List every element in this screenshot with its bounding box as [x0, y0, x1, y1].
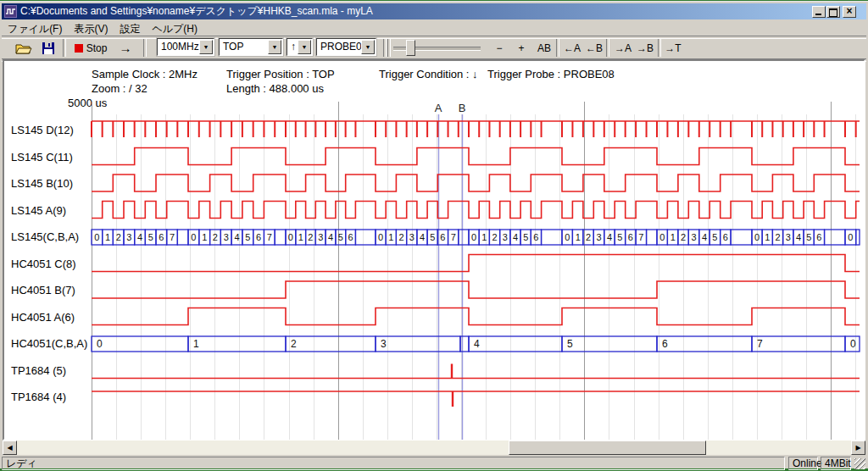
zoom-info: Zoom : / 32: [92, 82, 147, 95]
channel-label-ls145-b-10: LS145 B(10): [11, 177, 73, 190]
zoom-slider-handle[interactable]: [406, 40, 415, 56]
marker-b-label: B: [453, 102, 470, 114]
app-window: C:¥Documents and Settings¥noname¥デスクトップ¥…: [0, 1, 868, 468]
run-button[interactable]: →: [114, 38, 136, 58]
channel-label-ls145-a-9: LS145 A(9): [11, 204, 66, 217]
goto-t-button[interactable]: →T: [662, 38, 684, 58]
channel-label-hc4051-a-6: HC4051 A(6): [11, 311, 75, 324]
channel-label-hc4051-b-7: HC4051 B(7): [11, 284, 75, 296]
scrollbar-thumb[interactable]: [509, 441, 706, 455]
maximize-button[interactable]: [826, 6, 840, 18]
channel-label-hc4051-c-b-a: HC4051(C,B,A): [11, 337, 87, 350]
sample-clock-value: 100MHz: [161, 39, 199, 55]
toolbar-separator: [63, 39, 66, 57]
trigger-edge-combo[interactable]: ↑▼: [287, 38, 313, 56]
status-bar: レディ Online 4MBit: [2, 457, 866, 470]
length-info: Length : 488.000 us: [226, 82, 324, 95]
trigger-probe-combo[interactable]: PROBE00▼: [316, 38, 376, 56]
zoom-in-button[interactable]: +: [511, 38, 531, 58]
status-online: Online: [788, 457, 818, 470]
window-title: C:¥Documents and Settings¥noname¥デスクトップ¥…: [20, 3, 373, 19]
chevron-down-icon[interactable]: ▼: [199, 40, 213, 54]
stop-square-icon: [75, 44, 83, 53]
stop-button[interactable]: Stop: [70, 38, 110, 58]
goto-b-button[interactable]: →B: [634, 38, 656, 58]
run-arrow-icon: →: [120, 41, 132, 55]
trigger-position-info: Trigger Position : TOP: [226, 68, 335, 80]
horizontal-scrollbar[interactable]: ◀ ▶: [3, 441, 865, 455]
trigger-position-combo[interactable]: TOP▼: [219, 38, 283, 56]
time-division-label: 5000 us: [68, 97, 107, 109]
chevron-down-icon[interactable]: ▼: [268, 40, 281, 54]
resize-grip[interactable]: [854, 458, 865, 469]
scroll-right-icon: ▶: [855, 444, 860, 452]
channel-label-ls145-c-11: LS145 C(11): [11, 151, 73, 163]
toolbar-separator: [556, 39, 559, 57]
minimize-icon: [815, 14, 821, 15]
sample-clock-combo[interactable]: 100MHz▼: [157, 38, 214, 56]
sample-clock-info: Sample Clock : 2MHz: [92, 68, 198, 80]
title-bar[interactable]: C:¥Documents and Settings¥noname¥デスクトップ¥…: [2, 3, 866, 19]
toolbar-separator: [383, 39, 387, 57]
toolbar-separator: [387, 39, 391, 57]
save-button[interactable]: [37, 38, 59, 58]
menu-bar: ファイル(F)表示(V)設定ヘルプ(H): [2, 20, 866, 36]
status-memory: 4MBit: [821, 457, 851, 470]
open-folder-icon: [15, 42, 32, 55]
trigger-probe-info: Trigger Probe : PROBE08: [487, 68, 615, 80]
zoom-ab-button[interactable]: AB: [533, 38, 555, 58]
trigger-position-value: TOP: [223, 39, 243, 55]
trigger-edge-value: ↑: [291, 39, 296, 55]
goto-a-button[interactable]: →A: [612, 38, 634, 58]
channel-label-tp1684-4: TP1684 (4): [11, 391, 66, 403]
open-button[interactable]: [12, 38, 36, 58]
set-b-button[interactable]: ←B: [583, 38, 605, 58]
save-floppy-icon: [42, 42, 55, 55]
status-ready: レディ: [2, 457, 785, 470]
channel-label-ls145-c-b-a: LS145(C,B,A): [11, 230, 79, 243]
toolbar-separator: [143, 39, 147, 57]
channel-label-hc4051-c-8: HC4051 C(8): [11, 258, 76, 270]
set-a-button[interactable]: ←A: [561, 38, 583, 58]
toolbar-separator: [658, 39, 661, 57]
marker-a-label: A: [430, 102, 447, 114]
chevron-down-icon[interactable]: ▼: [361, 40, 375, 54]
scroll-left-button[interactable]: ◀: [3, 441, 17, 455]
maximize-icon: [829, 8, 837, 17]
scroll-left-icon: ◀: [7, 444, 12, 452]
close-icon: ×: [843, 5, 855, 17]
waveform-client-area: [3, 59, 865, 441]
app-icon: [4, 5, 17, 18]
minimize-button[interactable]: [812, 6, 826, 18]
channel-label-ls145-d-12: LS145 D(12): [11, 124, 74, 136]
zoom-out-button[interactable]: −: [489, 38, 509, 58]
toolbar: Stop → 100MHz▼TOP▼↑▼PROBE00▼−+AB←A←B→A→B…: [2, 37, 866, 59]
trigger-condition-info: Trigger Condition : ↓: [379, 68, 478, 80]
stop-label: Stop: [86, 42, 108, 54]
scroll-right-button[interactable]: ▶: [851, 441, 865, 455]
close-button[interactable]: ×: [843, 6, 856, 18]
toolbar-separator: [606, 39, 609, 57]
channel-label-tp1684-5: TP1684 (5): [11, 364, 66, 377]
chevron-down-icon[interactable]: ▼: [298, 40, 311, 54]
